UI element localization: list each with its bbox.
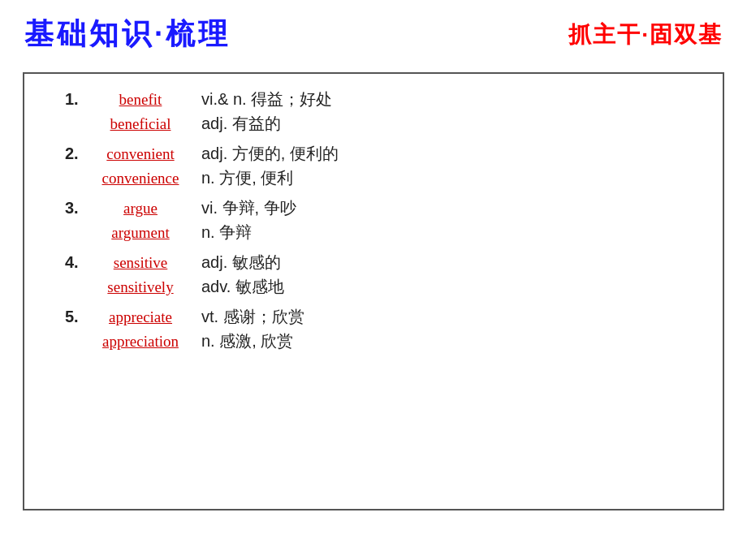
header-subtitle: 抓主干·固双基 [568, 19, 723, 50]
vocab-word: sensitively [88, 278, 193, 296]
vocab-item-2: 2.convenientadj. 方便的, 便利的conveniencen. 方… [65, 143, 706, 189]
vocab-row: argumentn. 争辩 [65, 222, 706, 243]
vocab-number: 1. [65, 90, 88, 109]
vocab-row: 4.sensitiveadj. 敏感的 [65, 252, 706, 274]
vocab-definition: n. 感激, 欣赏 [201, 330, 293, 352]
vocab-word: beneficial [88, 115, 193, 133]
vocab-word: convenience [88, 170, 193, 187]
vocab-item-1: 1.benefitvi.& n. 得益；好处beneficialadj. 有益的 [65, 88, 706, 135]
vocab-number: 4. [65, 253, 88, 272]
header: 基础知识·梳理 抓主干·固双基 [0, 0, 747, 64]
vocab-row: 5.appreciatevt. 感谢；欣赏 [65, 306, 706, 328]
vocab-word: benefit [88, 91, 193, 109]
vocab-row: sensitivelyadv. 敏感地 [65, 276, 706, 298]
vocab-word: convenient [88, 145, 193, 163]
vocab-row: beneficialadj. 有益的 [65, 113, 706, 135]
vocab-definition: vt. 感谢；欣赏 [201, 306, 304, 328]
vocab-word: argument [88, 224, 193, 242]
vocab-row: 1.benefitvi.& n. 得益；好处 [65, 88, 706, 110]
header-title: 基础知识·梳理 [24, 15, 231, 54]
vocab-word: appreciate [88, 308, 193, 326]
vocab-item-5: 5.appreciatevt. 感谢；欣赏appreciationn. 感激, … [65, 306, 706, 352]
vocab-definition: n. 争辩 [201, 222, 252, 243]
vocab-word: argue [88, 200, 193, 218]
vocab-row: 3.arguevi. 争辩, 争吵 [65, 197, 706, 219]
vocab-number: 3. [65, 199, 88, 218]
vocab-item-3: 3.arguevi. 争辩, 争吵argumentn. 争辩 [65, 197, 706, 243]
vocab-word: sensitive [88, 254, 193, 272]
vocab-definition: adj. 敏感的 [201, 252, 281, 274]
vocab-definition: adj. 方便的, 便利的 [201, 143, 339, 165]
vocab-definition: adj. 有益的 [201, 113, 281, 135]
vocab-definition: n. 方便, 便利 [201, 167, 293, 189]
vocab-number: 5. [65, 308, 88, 326]
vocab-row: appreciationn. 感激, 欣赏 [65, 330, 706, 352]
vocab-definition: vi.& n. 得益；好处 [201, 88, 332, 110]
vocab-list: 1.benefitvi.& n. 得益；好处beneficialadj. 有益的… [65, 88, 706, 352]
vocab-row: 2.convenientadj. 方便的, 便利的 [65, 143, 706, 165]
vocab-row: conveniencen. 方便, 便利 [65, 167, 706, 189]
vocab-number: 2. [65, 144, 88, 163]
vocab-definition: vi. 争辩, 争吵 [201, 197, 296, 219]
vocab-item-4: 4.sensitiveadj. 敏感的sensitivelyadv. 敏感地 [65, 252, 706, 298]
vocab-definition: adv. 敏感地 [201, 276, 284, 298]
vocab-word: appreciation [88, 333, 193, 351]
page: 基础知识·梳理 抓主干·固双基 1.benefitvi.& n. 得益；好处be… [0, 0, 747, 560]
content-box: 1.benefitvi.& n. 得益；好处beneficialadj. 有益的… [23, 72, 724, 510]
